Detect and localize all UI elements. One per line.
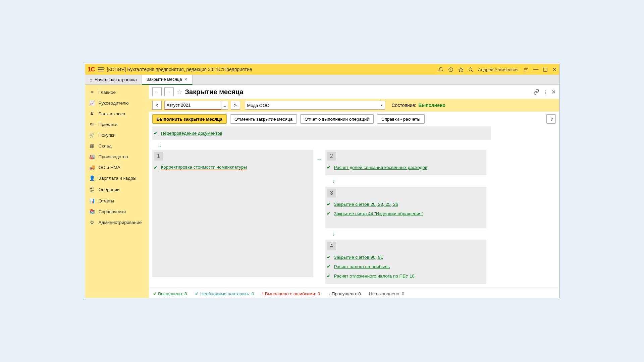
- check-icon: ✔: [195, 291, 199, 296]
- nav-back-button[interactable]: ←: [152, 87, 162, 96]
- period-picker-button[interactable]: ...: [221, 101, 228, 110]
- content-header: ← → ☆ Закрытие месяца ⋮ ✕: [149, 85, 559, 99]
- search-icon[interactable]: [468, 66, 474, 72]
- tab-home[interactable]: ⌂ Начальная страница: [85, 75, 142, 85]
- titlebar: 1C [КОПИЯ] Бухгалтерия предприятия, реда…: [85, 64, 559, 75]
- sidebar-item-assets[interactable]: 🚚ОС и НМА: [85, 162, 149, 173]
- hamburger-icon[interactable]: [98, 66, 104, 72]
- chart-icon: 📈: [89, 100, 95, 106]
- sidebar-item-bank[interactable]: ₽Банк и касса: [85, 108, 149, 119]
- close-icon[interactable]: ✕: [552, 66, 556, 73]
- tab-month-close[interactable]: Закрытие месяца ✕: [142, 75, 193, 85]
- sidebar: ≡Главное 📈Руководителю ₽Банк и касса 🛍Пр…: [85, 85, 149, 298]
- close-accounts-90-link[interactable]: Закрытие счетов 90, 91: [334, 255, 383, 260]
- check-icon: ✔: [154, 165, 158, 170]
- period-next-button[interactable]: >: [231, 101, 240, 110]
- execute-close-button[interactable]: Выполнить закрытие месяца: [152, 114, 227, 124]
- tab-label: Начальная страница: [95, 77, 137, 82]
- status-bar: ✔ Выполнено: 8 ✔ Необходимо повторить: 0…: [149, 287, 559, 298]
- bars-icon: 📊: [89, 198, 95, 203]
- sidebar-item-catalogs[interactable]: 📚Справочники: [85, 206, 149, 217]
- exclamation-icon: !: [262, 291, 264, 296]
- page-title: Закрытие месяца: [185, 88, 531, 96]
- operations-report-button[interactable]: Отчет о выполнении операций: [300, 114, 374, 124]
- state-label: Состояние:: [392, 103, 417, 108]
- status-notdone: Не выполнено: 0: [369, 291, 404, 296]
- sidebar-item-sales[interactable]: 🛍Продажи: [85, 119, 149, 130]
- sidebar-item-manager[interactable]: 📈Руководителю: [85, 98, 149, 108]
- close-accounts-20-link[interactable]: Закрытие счетов 20, 23, 25, 26: [334, 202, 398, 207]
- arrow-down-icon: ↓: [152, 141, 556, 150]
- organization-dropdown-button[interactable]: ▾: [379, 101, 385, 110]
- period-input[interactable]: [164, 101, 221, 110]
- svg-line-3: [472, 70, 473, 72]
- block-1: 1 ✔ Корректировка стоимости номенклатуры: [152, 150, 313, 277]
- history-icon[interactable]: [448, 66, 453, 72]
- operations-area: ✔ Перепроведение документов ↓ 1 ✔ Коррек…: [149, 126, 559, 287]
- sidebar-item-production[interactable]: 🏭Производство: [85, 151, 149, 162]
- sidebar-item-label: Покупки: [99, 133, 116, 138]
- book-icon: 📚: [89, 209, 95, 214]
- titlebar-icons: Андрей Алексеевич — ✕: [438, 66, 556, 73]
- sidebar-item-label: Зарплата и кадры: [99, 176, 137, 181]
- tab-close-icon[interactable]: ✕: [184, 77, 187, 82]
- indirect-costs-link[interactable]: Расчет долей списания косвенных расходов: [334, 165, 427, 170]
- deferred-tax-link[interactable]: Расчет отложенного налога по ПБУ 18: [334, 274, 415, 279]
- sidebar-item-reports[interactable]: 📊Отчеты: [85, 195, 149, 206]
- close-account-44-link[interactable]: Закрытие счета 44 "Издержки обращения": [334, 211, 423, 216]
- svg-marker-1: [459, 67, 463, 72]
- profit-tax-link[interactable]: Расчет налога на прибыль: [334, 264, 390, 269]
- nomenclature-cost-link[interactable]: Корректировка стоимости номенклатуры: [161, 165, 247, 170]
- check-icon: ✔: [327, 201, 331, 207]
- status-skipped: ↓ Пропущено: 0: [328, 291, 361, 296]
- repost-documents-link[interactable]: Перепроведение документов: [161, 131, 222, 136]
- organization-input[interactable]: [245, 101, 379, 110]
- sidebar-item-purchases[interactable]: 🛒Покупки: [85, 130, 149, 140]
- gear-icon: ⚙: [89, 220, 95, 225]
- settings-icon[interactable]: [523, 66, 529, 72]
- maximize-icon[interactable]: [543, 66, 547, 72]
- sidebar-item-main[interactable]: ≡Главное: [85, 87, 149, 98]
- link-icon[interactable]: [533, 89, 539, 95]
- period-prev-button[interactable]: <: [152, 101, 162, 110]
- home-icon: ⌂: [90, 77, 93, 82]
- arrow-down-icon: ↓: [325, 177, 486, 185]
- sidebar-item-label: Руководителю: [99, 101, 129, 106]
- state-value: Выполнено: [418, 103, 445, 108]
- block-4: 4 ✔ Закрытие счетов 90, 91 ✔ Расчет нало…: [325, 240, 486, 284]
- sidebar-item-label: Отчеты: [99, 198, 114, 203]
- sidebar-item-admin[interactable]: ⚙Администрирование: [85, 217, 149, 228]
- status-done: ✔ Выполнено: 8: [153, 291, 187, 296]
- svg-point-2: [469, 68, 472, 71]
- person-icon: 👤: [89, 175, 95, 181]
- sidebar-item-warehouse[interactable]: ▦Склад: [85, 140, 149, 151]
- sidebar-item-label: Справочники: [99, 209, 126, 214]
- check-icon: ✔: [154, 130, 158, 136]
- favorite-star-icon[interactable]: ☆: [176, 88, 182, 96]
- block-2: 2 ✔ Расчет долей списания косвенных расх…: [325, 150, 486, 175]
- tab-label: Закрытие месяца: [147, 77, 182, 82]
- bell-icon[interactable]: [438, 66, 443, 72]
- minimize-icon[interactable]: —: [533, 66, 539, 72]
- close-panel-icon[interactable]: ✕: [551, 89, 556, 95]
- username[interactable]: Андрей Алексеевич: [478, 67, 519, 72]
- sidebar-item-label: Продажи: [99, 122, 117, 127]
- arrow-right-icon: →: [317, 157, 322, 162]
- check-icon: ✔: [327, 273, 331, 279]
- help-button[interactable]: ?: [546, 114, 556, 124]
- more-icon[interactable]: ⋮: [543, 89, 548, 95]
- sidebar-item-operations[interactable]: ДтКтОперации: [85, 183, 149, 195]
- block-number: 3: [327, 189, 336, 197]
- cancel-close-button[interactable]: Отменить закрытие месяца: [230, 114, 297, 124]
- menu-icon: ≡: [89, 89, 95, 95]
- star-icon[interactable]: [458, 66, 464, 72]
- arrow-down-icon: ↓: [325, 230, 486, 238]
- logo-1c: 1C: [88, 66, 95, 73]
- sidebar-item-hr[interactable]: 👤Зарплата и кадры: [85, 173, 149, 183]
- nav-forward-button[interactable]: →: [164, 87, 174, 96]
- references-button[interactable]: Справки - расчеты: [377, 114, 425, 124]
- sidebar-item-label: Банк и касса: [99, 111, 125, 116]
- block-3: 3 ✔ Закрытие счетов 20, 23, 25, 26 ✔ Зак…: [325, 187, 486, 228]
- svg-rect-7: [544, 68, 547, 71]
- sidebar-item-label: Операции: [99, 187, 120, 192]
